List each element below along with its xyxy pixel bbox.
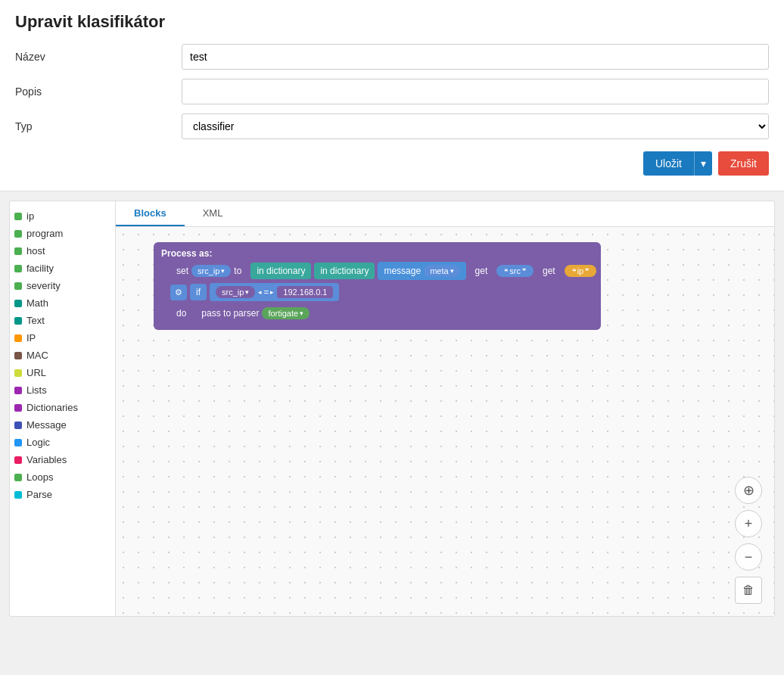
dot-icon-loops (14, 474, 22, 481)
message-label: message (384, 266, 421, 276)
get-block-2: get (537, 263, 562, 279)
equals-block[interactable]: ◂ = ▸ (258, 287, 274, 297)
fortigate-tag[interactable]: fortigate ▾ (262, 307, 310, 319)
name-row: Název (15, 44, 769, 70)
name-input[interactable] (182, 44, 769, 70)
sidebar-item-mac[interactable]: MAC (10, 347, 115, 364)
dot-icon-text (14, 317, 22, 325)
sidebar-label-ip: ip (26, 210, 34, 222)
dot-icon-program (14, 230, 22, 238)
do-keyword: do (170, 305, 192, 322)
src-string-pill[interactable]: ❝ src ❞ (496, 265, 534, 277)
sidebar-label-logic: Logic (26, 437, 50, 448)
sidebar-item-ip[interactable]: ip (10, 207, 115, 225)
sidebar-label-dictionaries: Dictionaries (26, 402, 78, 413)
sidebar-item-loops[interactable]: Loops (10, 468, 115, 486)
tab-blocks[interactable]: Blocks (116, 201, 185, 226)
tab-xml[interactable]: XML (185, 201, 241, 226)
do-row: do pass to parser fortigate ▾ (170, 304, 596, 322)
type-select[interactable]: classifier parser enricher (182, 114, 769, 139)
if-gear-block[interactable]: ⚙ (170, 285, 187, 300)
sidebar-label-ip-type: IP (26, 332, 36, 344)
eq-block: src_ip ▾ ◂ = ▸ 192.168.0.1 (210, 283, 339, 301)
meta-dropdown-icon: ▾ (450, 267, 454, 275)
src-ip-pill[interactable]: src_ip ▾ (191, 265, 231, 277)
sidebar-label-facility: facility (26, 263, 54, 274)
dot-icon-ip-type (14, 334, 22, 342)
crosshair-button[interactable]: ⊕ (735, 477, 762, 504)
if-keyword: if (190, 284, 207, 300)
in-dict-block-2: in dictionary (314, 263, 375, 279)
eq-right-icon: ▸ (270, 288, 274, 296)
canvas-area[interactable]: Process as: set src_ip ▾ to in dictionar… (116, 227, 774, 616)
description-row: Popis (15, 79, 769, 104)
save-dropdown-button[interactable]: ▾ (694, 151, 712, 176)
sidebar-item-program[interactable]: program (10, 225, 115, 242)
dot-icon-variables (14, 456, 22, 464)
cancel-button[interactable]: Zrušit (718, 151, 769, 176)
zoom-in-button[interactable]: + (735, 510, 762, 537)
description-input[interactable] (182, 79, 769, 104)
sidebar-label-lists: Lists (26, 384, 47, 396)
dot-icon-message (14, 421, 22, 429)
sidebar-item-logic[interactable]: Logic (10, 434, 115, 451)
sidebar-label-host: host (26, 245, 45, 257)
dot-icon-dictionaries (14, 404, 22, 412)
sidebar-item-math[interactable]: Math (10, 294, 115, 312)
sidebar-item-text[interactable]: Text (10, 312, 115, 329)
left-quote-2: ❝ (572, 267, 576, 275)
save-button[interactable]: Uložit (643, 151, 694, 176)
ip-string-pill[interactable]: ❝ ip ❞ (565, 265, 597, 277)
sidebar-item-ip-type[interactable]: IP (10, 329, 115, 347)
in-dict-block-1: in dictionary (250, 263, 311, 279)
fortigate-dropdown-icon: ▾ (300, 310, 303, 317)
process-as-label: Process as: (158, 247, 596, 262)
dot-icon-host (14, 247, 22, 255)
dot-icon-ip (14, 213, 22, 220)
sidebar-label-text: Text (26, 315, 45, 326)
pass-to-parser-block: pass to parser fortigate ▾ (195, 304, 316, 322)
action-row: Uložit ▾ Zrušit (15, 151, 769, 176)
dot-icon-url (14, 369, 22, 377)
dot-icon-lists (14, 387, 22, 394)
editor-section: ip program host facility severity Math T… (9, 201, 775, 617)
left-quote-1: ❝ (504, 267, 508, 275)
sidebar-label-message: Message (26, 419, 67, 431)
if-row: ⚙ if src_ip ▾ ◂ = ▸ 1 (170, 283, 596, 301)
type-row: Typ classifier parser enricher (15, 114, 769, 139)
right-quote-2: ❞ (585, 267, 589, 275)
description-label: Popis (15, 86, 182, 98)
get-block-1: get (469, 263, 494, 279)
top-section: Upravit klasifikátor Název Popis Typ cla… (0, 0, 784, 191)
sidebar-item-variables[interactable]: Variables (10, 451, 115, 468)
sidebar-item-facility[interactable]: facility (10, 260, 115, 277)
sidebar-label-severity: severity (26, 280, 61, 291)
sidebar-label-mac: MAC (26, 350, 48, 361)
sidebar-label-variables: Variables (26, 454, 67, 465)
dot-icon-math (14, 300, 22, 307)
sidebar-label-loops: Loops (26, 471, 53, 483)
sidebar-item-lists[interactable]: Lists (10, 381, 115, 399)
sidebar-label-parse: Parse (26, 489, 52, 500)
zoom-out-button[interactable]: − (735, 543, 762, 571)
sidebar-item-host[interactable]: host (10, 242, 115, 260)
sidebar-item-dictionaries[interactable]: Dictionaries (10, 399, 115, 416)
editor-main: Blocks XML Process as: set src_ip (116, 201, 774, 616)
zoom-in-icon: + (745, 516, 753, 532)
sidebar-item-parse[interactable]: Parse (10, 486, 115, 503)
to-label: to (234, 266, 241, 276)
src-ip-dropdown-icon: ▾ (221, 267, 225, 275)
zoom-out-icon: − (745, 549, 753, 565)
sidebar-item-severity[interactable]: severity (10, 277, 115, 294)
dot-icon-facility (14, 265, 22, 272)
dot-icon-logic (14, 439, 22, 446)
trash-button[interactable]: 🗑 (735, 577, 762, 604)
src-ip-var-pill[interactable]: src_ip ▾ (216, 286, 255, 298)
dot-icon-mac (14, 352, 22, 359)
sidebar: ip program host facility severity Math T… (10, 201, 116, 616)
sidebar-label-math: Math (26, 297, 48, 309)
type-label: Typ (15, 120, 182, 132)
sidebar-item-url[interactable]: URL (10, 364, 115, 381)
meta-pill[interactable]: meta ▾ (424, 265, 459, 277)
sidebar-item-message[interactable]: Message (10, 416, 115, 434)
